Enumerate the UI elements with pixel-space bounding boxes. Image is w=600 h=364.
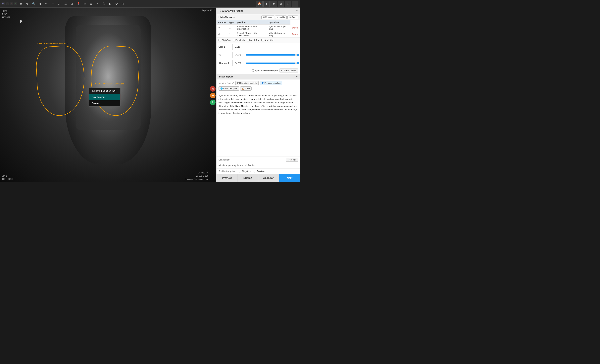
- tool-w[interactable]: W: [2, 2, 5, 5]
- ai-analysis-header: 《 AI Analysis results ▼: [216, 8, 300, 14]
- top-right-toolbar: 🏠 ⬇ ✱ ⚙ ⊡ →: [256, 0, 298, 7]
- modify-button[interactable]: ✏ modify: [275, 16, 287, 19]
- clear-button[interactable]: ✕ Clear: [287, 16, 298, 19]
- imaging-copy-button[interactable]: 📋 Copy: [240, 86, 251, 91]
- marking-button[interactable]: ⊞ Marking: [261, 16, 274, 19]
- main-area: 1. Pleural Fibrosis with Calcification 2…: [0, 8, 300, 182]
- annotation-label-1: 1. Pleural Fibrosis with Calcification: [37, 42, 68, 45]
- lesion-delete-2[interactable]: Delete: [292, 33, 298, 36]
- pos-neg-row: Positive/Negative* Negative Positive: [216, 168, 300, 174]
- ai-expand-icon[interactable]: ▼: [296, 10, 298, 12]
- lesion-position-2: left middle upper lung: [267, 31, 291, 38]
- badge-h[interactable]: H: [210, 86, 216, 92]
- tool-l[interactable]: L: [6, 2, 9, 5]
- image-report-section: Image report ▼ Imaging finding* 💾 Saved …: [216, 74, 300, 174]
- ctx-item-delete[interactable]: Delete: [89, 100, 120, 106]
- tool-icon-2[interactable]: ↺: [25, 1, 30, 6]
- settings-button[interactable]: ⚙: [278, 0, 284, 7]
- checkbox-sligt-sco[interactable]: Sligt-Sco: [218, 39, 230, 41]
- metric-dot-tb: [297, 54, 299, 56]
- metric-bar-tb: [246, 54, 295, 56]
- checkbox-aorticCal-input[interactable]: [261, 39, 264, 41]
- tool-icon-13[interactable]: ✕: [95, 1, 100, 6]
- checkbox-aorticTor-input[interactable]: [247, 39, 250, 41]
- collapse-icon[interactable]: 《: [218, 9, 221, 13]
- tool-icon-3[interactable]: 🔍: [31, 1, 36, 6]
- divider-crt: [233, 44, 233, 50]
- tool-icon-14[interactable]: ⏱: [101, 1, 106, 6]
- public-template-button[interactable]: 🌐 Public Template: [218, 86, 239, 91]
- metric-value-abnormal: 94.6%: [235, 62, 246, 64]
- tool-icon-4[interactable]: ◑: [38, 1, 43, 6]
- zoom-info: Zoom: 28%: [186, 171, 209, 174]
- lesion-type-1: Pleural Fibrosis with Calcification: [235, 25, 267, 31]
- checkbox-scoliosis-input[interactable]: [233, 39, 235, 41]
- radio-positive[interactable]: Positive: [253, 170, 265, 172]
- conclusion-row: Conclusion* 📋 Copy: [216, 157, 300, 163]
- grid-button[interactable]: ⊡: [285, 0, 291, 7]
- report-expand-icon[interactable]: ▼: [296, 75, 298, 78]
- tool-icon-10[interactable]: 📍: [76, 1, 81, 6]
- image-viewer[interactable]: 1. Pleural Fibrosis with Calcification 2…: [0, 8, 216, 182]
- imaging-copy-icon: 📋: [242, 87, 244, 90]
- tool-icon-15[interactable]: ▶: [108, 1, 113, 6]
- window-info: W: 255 L: 128: [186, 174, 209, 178]
- save-labels-button[interactable]: 🏷 Save Labels: [279, 68, 298, 73]
- arrow-button[interactable]: →: [292, 0, 298, 7]
- finding-text: Symmetrical thorax, thoracic bones as us…: [216, 92, 300, 157]
- tool-r[interactable]: R: [10, 2, 13, 5]
- download-button[interactable]: ⬇: [263, 0, 270, 7]
- radio-positive-input[interactable]: [253, 170, 256, 172]
- conclusion-text: middle upper lung fibrous calcification: [216, 163, 300, 169]
- tool-icon-12[interactable]: ⊕: [88, 1, 94, 6]
- lesion-eye-1[interactable]: 👁: [216, 25, 228, 31]
- table-row: 👁 1 Pleural Fibrosis with Calcification …: [216, 25, 300, 31]
- ctx-item-calcification[interactable]: Calcification: [89, 94, 120, 100]
- tool-icon-17[interactable]: ⊞: [120, 1, 125, 6]
- tool-icon-6[interactable]: ━: [50, 1, 55, 6]
- tool-icon-7[interactable]: ⬡: [56, 1, 62, 6]
- badge-l[interactable]: L: [210, 100, 216, 105]
- checkbox-aorticCal[interactable]: AorticCal: [261, 39, 273, 41]
- right-panel: 《 AI Analysis results ▼ List of lesions …: [216, 8, 300, 182]
- radio-negative[interactable]: Negative: [239, 170, 251, 172]
- abandon-button[interactable]: Abandon: [258, 174, 279, 182]
- ai-analysis-title: AI Analysis results: [222, 9, 295, 12]
- lesion-delete-1[interactable]: Delete: [292, 27, 298, 29]
- checkbox-scoliosis[interactable]: Scoliosis: [233, 39, 245, 41]
- tool-icon-5[interactable]: ✏: [44, 1, 49, 6]
- sync-radio[interactable]: [252, 69, 254, 72]
- sync-radio-label[interactable]: Synchronization Report: [252, 69, 278, 72]
- submit-button[interactable]: Submit: [237, 174, 258, 182]
- lesion-eye-2[interactable]: 👁: [216, 31, 228, 38]
- checkbox-sligt-sco-input[interactable]: [218, 39, 221, 41]
- tool-icon-9[interactable]: ⊙: [69, 1, 75, 6]
- lesion-number-1: 1: [228, 25, 235, 31]
- home-button[interactable]: 🏠: [256, 0, 262, 7]
- preview-button[interactable]: Preview: [216, 174, 237, 182]
- tool-icon-11[interactable]: ⊗: [82, 1, 87, 6]
- save-labels-icon: 🏷: [281, 69, 283, 72]
- patient-info: Name 女 52 4183421: [2, 9, 10, 19]
- radio-negative-input[interactable]: [239, 170, 241, 172]
- tool-m[interactable]: M: [14, 2, 17, 5]
- asterisk-button[interactable]: ✱: [271, 0, 277, 7]
- ctx-item-indurated[interactable]: Indurated calcified foci: [89, 88, 120, 94]
- clear-icon: ✕: [289, 16, 291, 18]
- col-operation: operation: [267, 20, 291, 25]
- saved-template-button[interactable]: 💾 Saved as template: [235, 81, 259, 85]
- metric-value-crt: 0.515: [235, 46, 246, 48]
- context-menu: Indurated calcified foci Calcification D…: [89, 88, 121, 107]
- badge-m[interactable]: M: [210, 93, 216, 98]
- tool-icon-8[interactable]: ☰: [63, 1, 68, 6]
- checkbox-aorticTor[interactable]: AorticTor: [247, 39, 259, 41]
- personal-template-icon: 👤: [262, 82, 264, 84]
- toolbar: W L R M ▦ ↺ 🔍 ◑ ✏ ━ ⬡ ☰ ⊙ 📍 ⊗ ⊕ ✕ ⏱ ▶ ⚙ …: [0, 0, 300, 8]
- tool-icon-1[interactable]: ▦: [18, 1, 24, 6]
- metric-label-abnormal: Abnormal: [218, 62, 233, 64]
- personal-template-button[interactable]: 👤 Personal template: [260, 81, 282, 85]
- patient-gender-age: 女 52: [2, 13, 10, 16]
- next-button[interactable]: Next: [279, 174, 300, 182]
- conclusion-copy-button[interactable]: 📋 Copy: [286, 158, 298, 162]
- tool-icon-16[interactable]: ⚙: [114, 1, 119, 6]
